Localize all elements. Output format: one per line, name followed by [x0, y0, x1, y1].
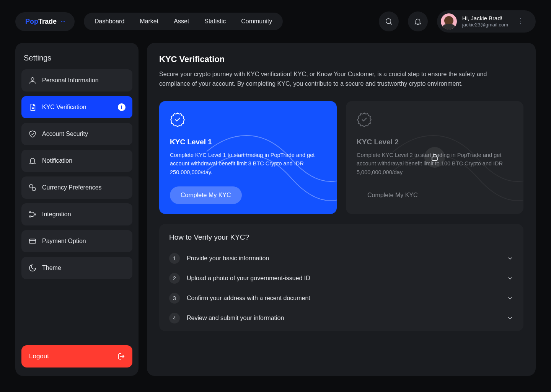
sidebar-item-security[interactable]: Account Security [21, 123, 132, 145]
svg-point-5 [29, 185, 33, 188]
integration-icon [28, 210, 37, 219]
svg-rect-10 [29, 239, 36, 243]
howto-step-3[interactable]: 3 Confirm your address with a recent doc… [169, 288, 514, 308]
sidebar-item-label: Account Security [42, 131, 88, 137]
chevron-down-icon [507, 275, 514, 282]
chevron-down-icon [507, 295, 514, 302]
kyc-level-1-card: KYC Level 1 Complete KYC Level 1 to star… [159, 101, 337, 214]
search-icon [385, 17, 393, 26]
svg-point-2 [31, 78, 34, 80]
logout-icon [116, 352, 125, 361]
chevron-down-icon [507, 315, 514, 322]
svg-point-7 [29, 212, 31, 213]
shield-icon [28, 130, 37, 138]
howto-step-4[interactable]: 4 Review and submit your information [169, 308, 514, 328]
kyc1-title: KYC Level 1 [170, 138, 326, 146]
nav-market[interactable]: Market [140, 18, 158, 25]
logo-pop: Pop [25, 18, 38, 25]
howto-step-2[interactable]: 2 Upload a photo of your government-issu… [169, 268, 514, 288]
svg-point-0 [386, 19, 391, 24]
bell-icon [414, 17, 422, 26]
svg-point-6 [32, 187, 36, 191]
notifications-button[interactable] [408, 11, 428, 31]
svg-point-9 [34, 214, 36, 215]
step-number: 4 [169, 313, 180, 323]
info-icon: i [118, 103, 126, 111]
page-title: KYC Verification [159, 54, 523, 64]
chevron-down-icon [507, 255, 514, 262]
nav-dashboard[interactable]: Dashboard [95, 18, 124, 25]
kyc1-complete-button[interactable]: Complete My KYC [170, 186, 242, 204]
kyc2-title: KYC Level 2 [357, 138, 513, 146]
verified-badge-icon [170, 112, 185, 127]
step-number: 2 [169, 273, 180, 284]
logout-label: Logout [29, 353, 49, 360]
step-label: Upload a photo of your government-issued… [187, 275, 500, 282]
sidebar-item-label: KYC Verification [42, 104, 86, 111]
main-nav: Dashboard Market Asset Statistic Communi… [84, 13, 283, 30]
lock-icon [430, 153, 439, 162]
locked-overlay [424, 147, 445, 168]
settings-sidebar: Settings Personal Information KYC Verifi… [15, 43, 139, 376]
howto-panel: How to Verify your KYC? 1 Provide your b… [159, 224, 523, 331]
sidebar-item-label: Personal Information [42, 77, 99, 84]
document-icon [28, 103, 37, 111]
user-email: jackie23@gmail.com [462, 22, 508, 28]
step-label: Review and submit your information [187, 315, 500, 322]
main-panel: KYC Verification Secure your crypto jour… [147, 43, 536, 376]
logo-dots [61, 21, 65, 22]
nav-statistic[interactable]: Statistic [204, 18, 226, 25]
sidebar-item-kyc[interactable]: KYC Verification i [21, 96, 132, 118]
user-icon [28, 76, 37, 85]
step-number: 1 [169, 253, 180, 264]
avatar [441, 13, 457, 29]
logo[interactable]: PopTrade [15, 12, 75, 31]
card-icon [28, 237, 37, 245]
sidebar-item-label: Integration [42, 211, 71, 218]
search-button[interactable] [379, 11, 399, 31]
step-number: 3 [169, 293, 180, 304]
sidebar-item-label: Notification [42, 157, 72, 164]
sidebar-item-theme[interactable]: Theme [21, 257, 132, 279]
kyc2-complete-button: Complete My KYC [357, 186, 429, 204]
sidebar-item-label: Payment Option [42, 238, 86, 245]
sidebar-item-label: Currency Preferences [42, 184, 102, 191]
howto-title: How to Verify your KYC? [169, 233, 514, 242]
sidebar-item-currency[interactable]: Currency Preferences [21, 176, 132, 199]
verified-badge-icon [357, 112, 372, 127]
svg-line-1 [390, 23, 392, 24]
step-label: Confirm your address with a recent docum… [187, 295, 500, 302]
kyc-level-2-card: KYC Level 2 Complete KYC Level 2 to star… [346, 101, 523, 214]
svg-point-8 [29, 216, 31, 217]
bell-icon [28, 157, 37, 165]
howto-step-1[interactable]: 1 Provide your basic information [169, 248, 514, 268]
user-menu[interactable]: Hi, Jackie Brad! jackie23@gmail.com ⋯ [437, 10, 536, 33]
sidebar-title: Settings [24, 54, 130, 62]
nav-community[interactable]: Community [241, 18, 272, 25]
sidebar-item-notification[interactable]: Notification [21, 150, 132, 172]
user-greeting: Hi, Jackie Brad! [462, 15, 508, 22]
step-label: Provide your basic information [187, 255, 500, 262]
moon-icon [28, 264, 37, 272]
page-description: Secure your crypto journey with KYC veri… [159, 70, 496, 89]
currency-icon [28, 183, 37, 192]
nav-asset[interactable]: Asset [174, 18, 189, 25]
sidebar-item-personal[interactable]: Personal Information [21, 69, 132, 91]
logout-button[interactable]: Logout [21, 345, 132, 368]
sidebar-item-payment[interactable]: Payment Option [21, 230, 132, 252]
sidebar-item-label: Theme [42, 265, 61, 271]
kyc1-desc: Complete KYC Level 1 to start trading in… [170, 151, 326, 176]
more-icon[interactable]: ⋯ [516, 14, 525, 29]
sidebar-item-integration[interactable]: Integration [21, 203, 132, 225]
logo-trade: Trade [38, 18, 57, 25]
svg-rect-13 [432, 157, 437, 160]
